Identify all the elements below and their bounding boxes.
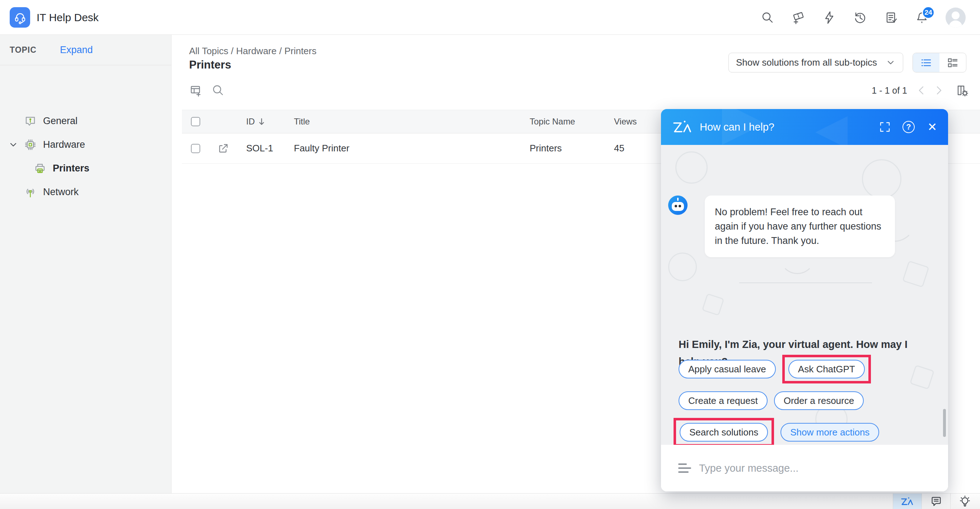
- top-header: IT Help Desk 24: [0, 0, 980, 35]
- bottom-utility-bar: [0, 493, 980, 509]
- expand-chat-button[interactable]: [878, 121, 891, 134]
- column-header-title[interactable]: Title: [288, 116, 517, 127]
- fullscreen-icon: [879, 121, 891, 133]
- quick-actions-button[interactable]: [822, 10, 837, 25]
- column-header-topic[interactable]: Topic Name: [517, 116, 610, 127]
- open-in-new-icon[interactable]: [217, 142, 229, 154]
- subtopic-filter-dropdown[interactable]: Show solutions from all sub-topics: [729, 53, 903, 72]
- column-settings-icon[interactable]: [955, 84, 969, 97]
- cell-views: 45: [610, 143, 668, 154]
- cell-id: SOL-1: [237, 143, 288, 154]
- notifications-button[interactable]: 24: [915, 10, 929, 25]
- feedback-chat-button[interactable]: [921, 493, 950, 509]
- order-resource-button[interactable]: Order a resource: [774, 391, 864, 410]
- history-button[interactable]: [853, 10, 867, 25]
- action-row-2: Create a request Order a resource: [673, 386, 864, 416]
- info-bubble-icon: [24, 115, 37, 128]
- sidebar-item-label: General: [43, 116, 78, 127]
- printer-icon: [33, 162, 47, 175]
- list-view-icon: [920, 56, 932, 69]
- chip-icon: [24, 138, 37, 151]
- note-check-icon: [884, 11, 898, 24]
- it-help-desk-app: IT Help Desk 24: [0, 0, 980, 509]
- topic-sidebar: TOPIC Expand General Hardware: [0, 35, 172, 493]
- sidebar-item-network[interactable]: Network: [0, 180, 171, 204]
- apply-casual-leave-button[interactable]: Apply casual leave: [679, 360, 776, 379]
- next-page-icon[interactable]: [933, 85, 945, 96]
- sidebar-item-general[interactable]: General: [0, 109, 171, 133]
- chat-header: How can I help? ? ✕: [661, 109, 948, 145]
- doodle: [675, 151, 708, 184]
- select-all-checkbox[interactable]: [191, 117, 200, 126]
- list-search-icon[interactable]: [212, 84, 225, 97]
- zia-chat-widget: How can I help? ? ✕ No problem: [661, 109, 948, 492]
- message-input[interactable]: [699, 462, 948, 474]
- chevron-down-icon[interactable]: [10, 141, 17, 148]
- message-menu-icon[interactable]: [678, 463, 691, 473]
- sort-desc-icon: [258, 118, 266, 126]
- zia-icon: [899, 496, 916, 507]
- bot-message-bubble: No problem! Feel free to reach out again…: [705, 196, 895, 257]
- flash-icon: [822, 11, 836, 24]
- search-icon: [761, 11, 775, 24]
- bot-avatar: [668, 196, 687, 215]
- sidebar-item-hardware[interactable]: Hardware: [0, 133, 171, 156]
- create-request-button[interactable]: Create a request: [679, 391, 768, 410]
- sidebar-item-label: Hardware: [43, 139, 85, 150]
- sidebar-item-printers[interactable]: Printers: [0, 156, 171, 180]
- antenna-icon: [24, 185, 37, 199]
- list-toolbar: [189, 84, 225, 97]
- conversation-divider: [739, 283, 872, 283]
- show-more-actions-button[interactable]: Show more actions: [781, 423, 879, 442]
- expand-link[interactable]: Expand: [60, 35, 93, 65]
- annotation-highlight-ask-chatgpt: Ask ChatGPT: [782, 355, 871, 383]
- global-search-button[interactable]: [760, 10, 775, 25]
- add-view-icon[interactable]: [189, 84, 203, 97]
- ticket-add-icon: [791, 10, 806, 25]
- header-decoration: [815, 116, 848, 145]
- cell-title[interactable]: Faulty Printer: [288, 143, 517, 154]
- breadcrumb[interactable]: All Topics / Hardware / Printers: [189, 46, 317, 57]
- chevron-down-icon: [886, 58, 896, 68]
- bottom-right-tools: [893, 493, 979, 509]
- card-view-icon: [946, 56, 959, 69]
- pagination: 1 - 1 of 1: [872, 84, 969, 97]
- view-toggle: [913, 53, 966, 72]
- chat-bubble-icon: [930, 495, 943, 508]
- app-title: IT Help Desk: [37, 0, 99, 35]
- doodle: [862, 159, 901, 199]
- topic-panel-header: TOPIC Expand: [0, 35, 171, 65]
- tips-button[interactable]: [950, 493, 979, 509]
- card-view-toggle[interactable]: [939, 53, 966, 72]
- user-avatar[interactable]: [945, 8, 966, 28]
- chat-help-button[interactable]: ?: [902, 121, 915, 134]
- app-logo[interactable]: [10, 7, 30, 28]
- doodle: [702, 293, 724, 316]
- filter-selected-value: Show solutions from all sub-topics: [736, 57, 886, 68]
- chat-scrollbar[interactable]: [943, 409, 946, 437]
- sidebar-item-label: Network: [43, 186, 79, 198]
- headset-icon: [13, 11, 27, 24]
- doodle: [668, 253, 697, 281]
- zia-toggle-button[interactable]: [893, 493, 921, 509]
- pagination-range: 1 - 1 of 1: [872, 85, 907, 96]
- topic-panel-label: TOPIC: [10, 35, 37, 65]
- list-view-toggle[interactable]: [913, 53, 939, 72]
- doodle: [902, 261, 929, 288]
- feedback-button[interactable]: [884, 10, 898, 25]
- close-chat-button[interactable]: ✕: [926, 121, 939, 134]
- chat-header-actions: ? ✕: [878, 109, 939, 145]
- history-icon: [853, 11, 867, 24]
- action-row-3: Search solutions Show more actions: [673, 417, 879, 445]
- ticket-add-button[interactable]: [791, 10, 806, 25]
- prev-page-icon[interactable]: [916, 85, 927, 96]
- lightbulb-icon: [958, 495, 971, 508]
- ask-chatgpt-button[interactable]: Ask ChatGPT: [788, 360, 865, 379]
- row-checkbox[interactable]: [191, 144, 200, 153]
- search-solutions-button[interactable]: Search solutions: [680, 423, 768, 442]
- header-actions: 24: [760, 0, 966, 35]
- zia-logo-icon: [671, 119, 695, 135]
- column-header-views[interactable]: Views: [610, 116, 668, 127]
- chat-messages-area: No problem! Feel free to reach out again…: [661, 145, 948, 445]
- column-header-id[interactable]: ID: [237, 116, 288, 127]
